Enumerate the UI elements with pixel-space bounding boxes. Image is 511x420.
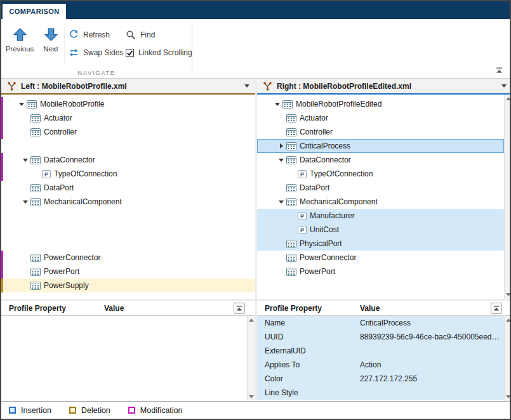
value-column-header: Value (360, 304, 491, 313)
deletion-mark (1, 279, 3, 292)
property-value: CriticalProcess (360, 318, 504, 327)
scroll-down-icon[interactable] (506, 395, 511, 398)
tree-spacer-row (1, 237, 255, 251)
minimize-toolstrip-button[interactable] (494, 66, 504, 74)
profile-icon (30, 128, 41, 136)
profile-icon (30, 184, 41, 192)
chevron-down-icon[interactable] (501, 84, 507, 88)
collapse-properties-button[interactable] (234, 303, 245, 314)
tree-expander-icon[interactable] (17, 103, 27, 106)
svg-text:P: P (300, 227, 304, 233)
tree-item-UnitCost[interactable]: PUnitCost (257, 223, 504, 237)
tab-comparison[interactable]: COMPARISON (3, 4, 66, 19)
property-icon: P (298, 212, 307, 220)
scroll-up-icon[interactable] (506, 97, 511, 100)
refresh-icon (69, 30, 79, 40)
tree-item-PowerConnector[interactable]: PowerConnector (257, 251, 504, 265)
property-row-UUID[interactable]: UUID88939239-56c9-46ce-bac9-450005eed6..… (257, 330, 504, 344)
property-row-Applies To[interactable]: Applies ToAction (257, 358, 504, 372)
tree-item-Actuator[interactable]: Actuator (257, 111, 504, 125)
property-name: ExternalUID (257, 346, 360, 355)
arrow-down-icon (44, 27, 58, 42)
collapse-properties-button[interactable] (491, 303, 502, 314)
linked-scrolling-toggle[interactable]: Linked Scrolling (126, 45, 192, 60)
checkbox-checked-icon[interactable] (126, 49, 134, 57)
tree-item-CriticalProcess[interactable]: CriticalProcess (257, 139, 504, 153)
swap-sides-label: Swap Sides (83, 48, 123, 57)
tree-item-DataPort[interactable]: DataPort (257, 181, 504, 195)
property-name: Line Style (257, 388, 360, 397)
tree-item-MechanicalComponent[interactable]: MechanicalComponent (257, 195, 504, 209)
tree-item-label: Actuator (300, 114, 328, 122)
property-icon: P (298, 170, 307, 178)
tree-item-Controller[interactable]: Controller (1, 125, 255, 139)
tree-item-PowerConnector[interactable]: PowerConnector (1, 251, 255, 265)
scroll-down-icon[interactable] (249, 395, 254, 398)
swap-icon (69, 48, 79, 57)
next-button[interactable]: Next (37, 23, 65, 63)
tree-item-PowerPort[interactable]: PowerPort (257, 265, 504, 279)
refresh-button[interactable]: Refresh (69, 27, 110, 43)
arrow-up-icon (13, 27, 27, 42)
tree-item-DataConnector[interactable]: DataConnector (1, 153, 255, 167)
tree-item-MechanicalComponent[interactable]: MechanicalComponent (1, 195, 255, 209)
tree-expander-icon[interactable] (272, 103, 282, 106)
tree-item-PowerPort[interactable]: PowerPort (1, 265, 255, 279)
svg-text:P: P (300, 171, 304, 178)
profile-icon (286, 128, 296, 136)
tree-item-DataPort[interactable]: DataPort (1, 181, 255, 195)
swap-sides-button[interactable]: Swap Sides (69, 45, 123, 60)
tree-item-PowerSupply[interactable]: PowerSupply (1, 279, 255, 292)
property-row-Color[interactable]: Color227.172.172.255 (257, 372, 504, 386)
tree-item-label: Actuator (44, 114, 72, 122)
profile-icon (286, 240, 296, 248)
profile-icon (30, 156, 41, 164)
right-pane-title: Right : MobileRobotProfileEdited.xml (277, 82, 497, 91)
tree-item-label: MechanicalComponent (300, 197, 378, 206)
left-pane-header[interactable]: Left : MobileRobotProfile.xml (1, 79, 255, 95)
scroll-up-icon[interactable] (249, 318, 254, 322)
right-tree-scrollbar[interactable] (504, 95, 511, 299)
previous-button[interactable]: Previous (6, 23, 34, 63)
right-pane-header[interactable]: Right : MobileRobotProfileEdited.xml (257, 79, 511, 95)
tree-expander-icon[interactable] (276, 143, 286, 148)
branch-icon (7, 81, 17, 91)
find-label: Find (140, 30, 155, 39)
tree-item-label: Controller (300, 128, 333, 136)
scroll-down-icon[interactable] (506, 293, 511, 296)
tree-expander-icon[interactable] (20, 159, 30, 162)
tree-item-MobileRobotProfile[interactable]: MobileRobotProfile (1, 97, 255, 111)
tree-item-DataConnector[interactable]: DataConnector (257, 153, 504, 167)
svg-text:P: P (44, 171, 48, 178)
tree-item-Actuator[interactable]: Actuator (1, 111, 255, 125)
property-row-Line Style[interactable]: Line Style (257, 386, 504, 400)
refresh-label: Refresh (83, 30, 110, 39)
profile-icon (286, 268, 296, 276)
profile-icon (286, 114, 296, 122)
property-name: Color (257, 374, 360, 383)
tree-expander-icon[interactable] (20, 200, 30, 204)
tree-item-MobileRobotProfileEdited[interactable]: MobileRobotProfileEdited (257, 97, 504, 111)
right-property-scrollbar[interactable] (504, 316, 511, 401)
tree-item-label: TypeOfConnection (54, 169, 117, 178)
tree-spacer-row (1, 139, 255, 153)
tree-expander-icon[interactable] (276, 159, 286, 162)
legend-swatch-icon (9, 407, 16, 414)
scroll-up-icon[interactable] (506, 318, 511, 322)
navigate-section-label: NAVIGATE (1, 69, 192, 76)
tree-expander-icon[interactable] (276, 200, 286, 204)
tree-item-Controller[interactable]: Controller (257, 125, 504, 139)
property-row-Name[interactable]: NameCriticalProcess (257, 316, 504, 330)
tree-item-TypeOfConnection[interactable]: PTypeOfConnection (1, 167, 255, 181)
profile-icon (286, 184, 296, 192)
profile-icon (27, 100, 37, 108)
tree-item-TypeOfConnection[interactable]: PTypeOfConnection (257, 167, 504, 181)
tree-item-Manufacturer[interactable]: PManufacturer (257, 209, 504, 223)
left-property-scrollbar[interactable] (247, 316, 255, 401)
find-button[interactable]: Find (126, 27, 155, 43)
tree-item-PhysicalPort[interactable]: PhysicalPort (257, 237, 504, 251)
property-row-ExternalUID[interactable]: ExternalUID (257, 344, 504, 358)
modification-mark (1, 167, 3, 181)
chevron-down-icon[interactable] (244, 84, 249, 88)
linked-scrolling-label: Linked Scrolling (138, 48, 192, 57)
